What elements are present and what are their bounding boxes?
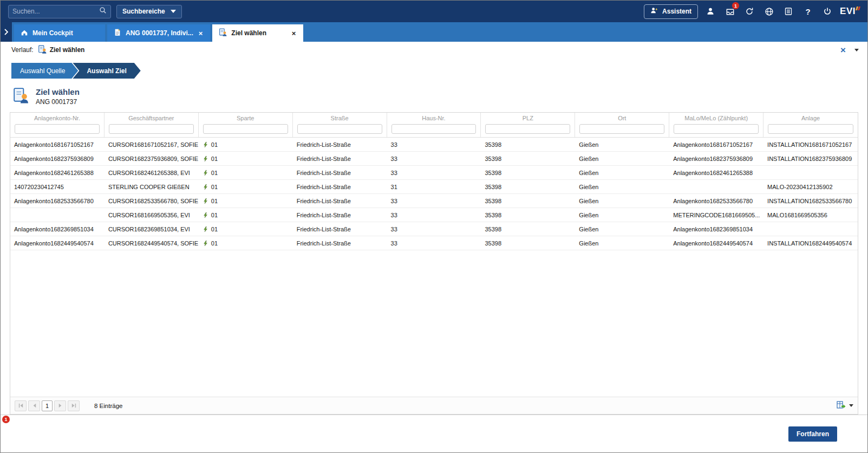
column-header-strasse[interactable]: Straße xyxy=(293,113,387,122)
cell-plz: 35398 xyxy=(481,138,575,151)
previous-page-button[interactable] xyxy=(28,400,40,411)
export-icon[interactable] xyxy=(836,400,846,412)
sidebar-expand-button[interactable] xyxy=(1,22,12,42)
history-item[interactable]: Ziel wählen xyxy=(38,45,85,55)
cell-sparte: 01 xyxy=(199,194,293,208)
cell-sparte: 01 xyxy=(199,222,293,236)
export-menu-icon[interactable] xyxy=(849,404,853,407)
assistant-label: Assistent xyxy=(662,8,691,15)
filter-input-anlagenkonto-nr[interactable] xyxy=(15,124,100,134)
tab-close-icon[interactable]: × xyxy=(291,29,297,37)
filter-cell-anlage xyxy=(763,122,858,137)
last-page-button[interactable] xyxy=(68,400,80,411)
wizard-step-auswahl-quelle[interactable]: Auswahl Quelle xyxy=(11,63,78,79)
table-row[interactable]: Anlagenkonto1682449540574CURSOR168244954… xyxy=(10,236,858,250)
cell-anlage: INSTALLATION1682449540574 xyxy=(763,236,858,250)
sparte-icon xyxy=(203,212,208,218)
tab-close-icon[interactable]: × xyxy=(198,29,204,37)
global-search[interactable] xyxy=(8,5,111,18)
wizard-step-auswahl-ziel[interactable]: Auswahl Ziel xyxy=(73,63,140,79)
filter-input-ort[interactable] xyxy=(579,124,664,134)
search-scope-dropdown[interactable]: Suchbereiche xyxy=(116,5,182,18)
cell-ort: Gießen xyxy=(575,138,669,151)
close-view-icon[interactable]: × xyxy=(840,46,846,55)
column-header-anlage[interactable]: Anlage xyxy=(763,113,858,122)
logout-button[interactable] xyxy=(820,4,834,18)
filter-cell-malo-melo xyxy=(669,122,763,137)
history-item-label: Ziel wählen xyxy=(50,46,85,54)
table-row[interactable]: 140720230412745STERLING COOPER GIEßEN 01… xyxy=(10,180,858,194)
table-row[interactable]: Anlagenkonto1682461265388CURSOR168246126… xyxy=(10,166,858,180)
next-page-button[interactable] xyxy=(54,400,66,411)
help-button[interactable]: ? xyxy=(801,4,815,18)
cell-anlage: INSTALLATION1682533566780 xyxy=(763,194,858,208)
notification-badge[interactable]: 1 xyxy=(2,416,10,423)
view-controls: × xyxy=(840,46,859,55)
table-row[interactable]: Anlagenkonto1682533566780CURSOR168253356… xyxy=(10,194,858,208)
filter-cell-anlagenkonto-nr xyxy=(10,122,105,137)
cell-geschaeftspartner: CURSOR1682375936809, SOFIE xyxy=(105,152,199,165)
assistant-button[interactable]: Assistent xyxy=(644,4,698,19)
user-button[interactable] xyxy=(703,4,717,18)
cell-sparte: 01 xyxy=(199,138,293,151)
filter-input-strasse[interactable] xyxy=(297,124,382,134)
inbox-button[interactable]: 1 xyxy=(723,4,737,18)
table-row[interactable]: Anlagenkonto1682369851034CURSOR168236985… xyxy=(10,222,858,236)
sparte-icon xyxy=(203,141,208,148)
refresh-button[interactable] xyxy=(742,4,756,18)
top-bar: Suchbereiche Assistent 1 ? xyxy=(1,1,867,22)
cell-sparte: 01 xyxy=(199,152,293,165)
tab-label: ANG 0001737, Indivi... xyxy=(126,29,193,37)
cell-anlagenkonto-nr: Anlagenkonto1682461265388 xyxy=(10,166,105,179)
search-icon[interactable] xyxy=(99,7,107,16)
current-page[interactable]: 1 xyxy=(42,400,53,411)
cell-plz: 35398 xyxy=(481,222,575,236)
sparte-icon xyxy=(203,240,208,247)
cell-anlagenkonto-nr: Anlagenkonto1682369851034 xyxy=(10,222,105,236)
column-header-ort[interactable]: Ort xyxy=(575,113,669,122)
table-body: Anlagenkonto1681671052167CURSOR168167105… xyxy=(10,138,858,397)
application-window: Suchbereiche Assistent 1 ? xyxy=(0,0,868,453)
filter-cell-geschaeftspartner xyxy=(105,122,199,137)
first-page-button[interactable] xyxy=(15,400,27,411)
column-header-haus-nr[interactable]: Haus-Nr. xyxy=(387,113,481,122)
filter-input-malo-melo[interactable] xyxy=(674,124,759,134)
cell-anlagenkonto-nr: Anlagenkonto1682375936809 xyxy=(10,152,105,165)
column-header-plz[interactable]: PLZ xyxy=(481,113,575,122)
tab-ziel-waehlen[interactable]: Ziel wählen × xyxy=(212,24,303,42)
cell-geschaeftspartner: CURSOR1681671052167, SOFIE xyxy=(105,138,199,151)
continue-button[interactable]: Fortfahren xyxy=(788,426,837,442)
filter-input-sparte[interactable] xyxy=(203,124,288,134)
filter-cell-plz xyxy=(481,122,575,137)
sparte-icon xyxy=(203,198,208,204)
column-header-geschaeftspartner[interactable]: Geschäftspartner xyxy=(105,113,199,122)
cell-geschaeftspartner: CURSOR1682461265388, EVI xyxy=(105,166,199,179)
view-menu-icon[interactable] xyxy=(854,49,859,51)
reports-button[interactable] xyxy=(781,4,795,18)
tab-ang-0001737[interactable]: ANG 0001737, Indivi... × xyxy=(107,24,210,42)
cell-anlagenkonto-nr: 140720230412745 xyxy=(10,180,105,193)
table-row[interactable]: Anlagenkonto1682375936809CURSOR168237593… xyxy=(10,152,858,166)
table-row[interactable]: Anlagenkonto1681671052167CURSOR168167105… xyxy=(10,138,858,152)
filter-input-geschaeftspartner[interactable] xyxy=(109,124,194,134)
cell-malo-melo xyxy=(669,180,763,193)
filter-input-anlage[interactable] xyxy=(768,124,853,134)
filter-input-haus-nr[interactable] xyxy=(391,124,477,134)
column-header-anlagenkonto-nr[interactable]: Anlagenkonto-Nr. xyxy=(10,113,105,122)
filter-input-plz[interactable] xyxy=(485,124,570,134)
cell-strasse: Friedrich-List-Straße xyxy=(293,222,387,236)
power-icon xyxy=(823,7,832,16)
cell-anlagenkonto-nr: Anlagenkonto1681671052167 xyxy=(10,138,105,151)
cell-strasse: Friedrich-List-Straße xyxy=(293,236,387,250)
column-header-malo-melo[interactable]: MaLo/MeLo (Zählpunkt) xyxy=(669,113,763,122)
table-row[interactable]: CURSOR1681669505356, EVI 01Friedrich-Lis… xyxy=(10,208,858,222)
cell-sparte: 01 xyxy=(199,166,293,179)
cell-haus-nr: 33 xyxy=(387,138,481,151)
table-pagination: 1 8 Einträge xyxy=(10,397,858,414)
globe-button[interactable] xyxy=(762,4,776,18)
inbox-badge: 1 xyxy=(732,2,740,10)
column-header-sparte[interactable]: Sparte xyxy=(199,113,293,122)
tab-mein-cockpit[interactable]: Mein Cockpit xyxy=(14,24,105,42)
search-input[interactable] xyxy=(12,8,99,15)
tab-bar: Mein Cockpit ANG 0001737, Indivi... × Zi… xyxy=(1,22,867,42)
